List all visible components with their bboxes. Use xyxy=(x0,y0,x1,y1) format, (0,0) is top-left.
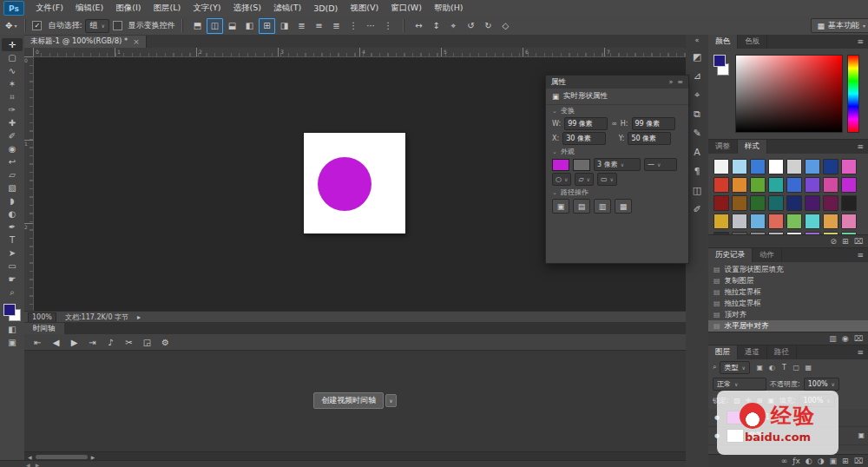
transition-button[interactable]: ◲ xyxy=(139,334,155,350)
brush-panel-icon[interactable]: ✎ xyxy=(687,123,707,142)
pen-tool[interactable]: ✒ xyxy=(2,220,23,234)
style-swatch[interactable] xyxy=(732,195,747,211)
paragraph-panel-icon[interactable]: ¶ xyxy=(687,161,707,181)
tab-channels[interactable]: 通道 xyxy=(738,345,767,359)
style-swatch[interactable] xyxy=(713,214,729,229)
notes-panel-icon[interactable]: ✐ xyxy=(687,200,707,219)
new-group-icon[interactable]: ▣ xyxy=(830,457,838,465)
split-clip-button[interactable]: ✂ xyxy=(121,334,137,350)
new-snapshot-icon[interactable]: ◉ xyxy=(842,334,849,343)
style-swatch[interactable] xyxy=(768,159,784,174)
style-swatch[interactable] xyxy=(841,177,857,193)
panel-menu-icon[interactable]: ≡ xyxy=(852,248,868,262)
ellipse-shape[interactable] xyxy=(318,157,372,211)
tab-history[interactable]: 历史记录 xyxy=(708,248,753,262)
foreground-color-swatch[interactable] xyxy=(3,304,16,316)
filter-shape-layers-icon[interactable]: ▢ xyxy=(792,364,801,372)
zoom-level-field[interactable]: 100% xyxy=(28,312,56,323)
collapse-icon[interactable]: » xyxy=(668,78,673,86)
path-arrange-combo[interactable]: ▱ xyxy=(575,173,594,186)
workspace-switcher[interactable]: ▦ 基本功能 ▾ xyxy=(811,18,868,33)
scroll-left-icon[interactable]: ◀ xyxy=(28,454,32,460)
info-panel-icon[interactable]: ◩ xyxy=(687,47,707,66)
artboard[interactable] xyxy=(304,133,405,234)
type-tool[interactable]: T xyxy=(2,234,23,247)
next-frame-button[interactable]: ⇥ xyxy=(84,334,101,350)
tab-actions[interactable]: 动作 xyxy=(753,248,782,262)
panel-menu-icon[interactable]: ≡ xyxy=(677,78,683,86)
align-top-edges-button[interactable]: ⬒ xyxy=(189,18,206,34)
menu-item[interactable]: 帮助(H) xyxy=(428,3,470,14)
create-timeline-dropdown[interactable]: ∨ xyxy=(385,394,396,407)
height-field[interactable]: 99 像素 xyxy=(632,117,675,130)
menu-item[interactable]: 文件(F) xyxy=(30,3,69,14)
opacity-dropdown[interactable]: 100% xyxy=(804,378,839,391)
distribute-top-edges-button[interactable]: ≣ xyxy=(293,18,310,34)
distribute-vertical-spacing-icon[interactable]: ↕ xyxy=(428,18,444,34)
menu-item[interactable]: 3D(D) xyxy=(307,3,344,13)
3d-roll-icon[interactable]: ↻ xyxy=(480,18,496,34)
tab-styles[interactable]: 样式 xyxy=(738,140,767,154)
style-swatch[interactable] xyxy=(786,177,802,193)
style-swatch[interactable] xyxy=(732,214,747,229)
character-panel-icon[interactable]: A xyxy=(687,142,707,161)
panel-menu-icon[interactable]: ≡ xyxy=(852,345,868,359)
y-field[interactable]: 50 像素 xyxy=(628,132,671,145)
clear-style-icon[interactable]: ⊘ xyxy=(831,237,838,246)
rectangular-marquee-tool[interactable]: ▢ xyxy=(2,51,23,64)
previous-frame-button[interactable]: ◀ xyxy=(48,334,64,350)
timeline-tab[interactable]: 时间轴 xyxy=(24,323,64,334)
path-align-combo[interactable]: ▭ xyxy=(597,173,617,186)
brush-tool[interactable]: ✐ xyxy=(2,129,23,142)
layer-mask-icon[interactable]: ◐ xyxy=(806,457,812,465)
status-menu-arrow-icon[interactable]: ▸ xyxy=(137,313,141,321)
panel-menu-icon[interactable]: ≡ xyxy=(852,35,868,49)
distribute-vertical-centers-button[interactable]: ≡ xyxy=(311,18,327,34)
move-tool[interactable]: ✛ xyxy=(2,38,23,51)
width-field[interactable]: 99 像素 xyxy=(564,117,608,130)
style-swatch[interactable] xyxy=(768,214,784,229)
filter-adjustment-layers-icon[interactable]: ◐ xyxy=(767,364,777,372)
timeline-settings-button[interactable]: ⚙ xyxy=(157,334,174,350)
hand-tool[interactable]: ☛ xyxy=(2,273,23,286)
style-swatch[interactable] xyxy=(823,177,838,193)
tab-layers[interactable]: 图层 xyxy=(708,345,738,359)
auto-select-checkbox[interactable] xyxy=(32,21,42,30)
shape-tool[interactable]: ▭ xyxy=(2,260,23,273)
current-tool-icon[interactable]: ✥▾ xyxy=(3,21,18,30)
blur-tool[interactable]: ◗ xyxy=(2,194,23,207)
style-swatch[interactable] xyxy=(786,159,802,174)
menu-item[interactable]: 图层(L) xyxy=(148,3,187,14)
document-tab[interactable]: 未标题-1 @ 100%(RGB/8) * × xyxy=(24,36,147,48)
menu-item[interactable]: 选择(S) xyxy=(227,3,266,14)
stroke-width-dropdown[interactable]: 3 像素 xyxy=(594,158,641,171)
histogram-panel-icon[interactable]: ⊿ xyxy=(687,66,707,85)
gradient-tool[interactable]: ▧ xyxy=(2,181,23,194)
link-layers-icon[interactable]: ∞ xyxy=(781,457,788,465)
properties-panel-header[interactable]: 属性 » ≡ xyxy=(546,76,688,89)
style-swatch[interactable] xyxy=(805,195,820,211)
tab-adjustments[interactable]: 调整 xyxy=(708,140,738,154)
play-button[interactable]: ▶ xyxy=(66,334,82,350)
create-video-timeline-button[interactable]: 创建视频时间轴 xyxy=(313,392,384,409)
navigator-panel-icon[interactable]: ⌖ xyxy=(687,85,707,104)
layer-effects-icon[interactable]: ƒx xyxy=(792,457,800,465)
style-swatch[interactable] xyxy=(823,195,838,211)
menu-item[interactable]: 图像(I) xyxy=(109,3,147,14)
scroll-right-icon[interactable]: ▶ xyxy=(36,462,40,467)
menu-item[interactable]: 窗口(W) xyxy=(385,3,428,14)
section-appearance[interactable]: 外观 xyxy=(546,146,688,157)
style-swatch[interactable] xyxy=(732,159,747,174)
panel-menu-icon[interactable]: ≡ xyxy=(852,140,868,154)
eraser-tool[interactable]: ▱ xyxy=(2,168,23,181)
link-dimensions-icon[interactable]: ∞ xyxy=(611,120,617,128)
delete-style-icon[interactable]: ⌧ xyxy=(854,237,863,246)
style-swatch[interactable] xyxy=(841,195,857,211)
adjustment-layer-icon[interactable]: ◑ xyxy=(818,457,825,465)
screen-mode-button[interactable]: ▣ xyxy=(2,336,23,349)
new-layer-icon[interactable]: ⊞ xyxy=(842,457,849,465)
tab-color[interactable]: 颜色 xyxy=(708,35,738,49)
timeline-panel-icon[interactable]: ◫ xyxy=(687,181,707,200)
tab-paths[interactable]: 路径 xyxy=(767,345,797,359)
magic-wand-tool[interactable]: ✶ xyxy=(2,77,23,90)
